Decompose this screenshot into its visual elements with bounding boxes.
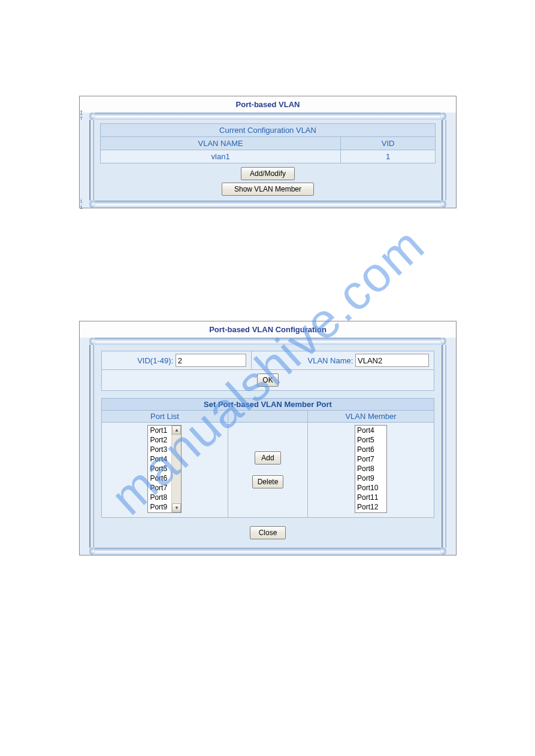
list-item[interactable]: Port2 (148, 435, 172, 445)
vid-input[interactable] (176, 354, 246, 367)
col-header-name: VLAN NAME (101, 137, 341, 150)
delete-button[interactable]: Delete (252, 475, 284, 488)
list-item[interactable]: Port11 (355, 493, 386, 502)
list-item[interactable]: Port6 (148, 473, 172, 483)
list-item[interactable]: Port7 (148, 483, 172, 493)
panel-frame: VID(1-49): VLAN Name: OK Set Port-b (80, 338, 456, 555)
list-item[interactable]: Port9 (355, 473, 386, 483)
list-item[interactable]: Port8 (148, 493, 172, 502)
vid-label: VID(1-49): (137, 356, 173, 365)
panel-title: Port-based VLAN (80, 96, 456, 113)
list-item[interactable]: Port5 (148, 464, 172, 473)
member-port-table: Set Port-based VLAN Member Port Port Lis… (101, 398, 434, 518)
list-item[interactable]: Port3 (148, 445, 172, 454)
list-item[interactable]: Port8 (355, 464, 386, 473)
list-item[interactable]: Port5 (355, 435, 386, 445)
vlan-config-panel: Port-based VLAN Configuration VID(1-49): (79, 321, 457, 555)
vlan-name-label: VLAN Name: (308, 356, 353, 365)
close-button[interactable]: Close (250, 526, 286, 539)
section-header: Current Configuration VLAN (101, 124, 436, 137)
list-item[interactable]: Port10 (355, 483, 386, 493)
frame-bottom-bar (80, 548, 456, 555)
scroll-up-icon[interactable]: ▲ (172, 426, 181, 435)
col-port-list: Port List (102, 411, 228, 423)
col-header-vid: VID (341, 137, 436, 150)
port-list-box[interactable]: Port1 Port2 Port3 Port4 Port5 Port6 Port… (147, 425, 182, 513)
vlan-vid-cell: 1 (341, 150, 436, 163)
vlan-name-cell: vlan1 (101, 150, 341, 163)
list-item[interactable]: Port4 (148, 454, 172, 464)
panel-content: Current Configuration VLAN VLAN NAME VID… (94, 120, 442, 201)
col-vlan-member: VLAN Member (308, 411, 434, 423)
frame-bottom-bar: i i (80, 201, 456, 208)
table-row: vlan1 1 (101, 150, 436, 163)
panel-title: Port-based VLAN Configuration (80, 321, 456, 338)
input-row-table: VID(1-49): VLAN Name: OK (101, 351, 434, 391)
frame-top-bar (80, 338, 456, 345)
list-item[interactable]: Port4 (355, 426, 386, 435)
add-button[interactable]: Add (255, 451, 280, 464)
list-item[interactable]: Port6 (355, 445, 386, 454)
vlan-name-input[interactable] (355, 354, 429, 367)
section-header: Set Port-based VLAN Member Port (102, 399, 434, 411)
scrollbar[interactable]: ▲ ▼ (171, 426, 181, 512)
add-modify-button[interactable]: Add/Modify (241, 167, 295, 180)
panel-content: VID(1-49): VLAN Name: OK Set Port-b (94, 345, 442, 548)
port-based-vlan-panel: Port-based VLAN I I Current Configuratio… (79, 96, 457, 208)
list-item[interactable]: Port12 (355, 502, 386, 512)
vlan-config-table: Current Configuration VLAN VLAN NAME VID… (100, 123, 436, 163)
list-item[interactable]: Port7 (355, 454, 386, 464)
frame-mark-bottom: i i (80, 201, 89, 208)
list-item[interactable]: Port9 (148, 502, 172, 512)
ok-button[interactable]: OK (257, 374, 278, 387)
frame-mark-top: I I (80, 113, 89, 120)
list-item[interactable]: Port1 (148, 426, 172, 435)
panel-frame: I I Current Configuration VLAN VLAN NAME… (80, 113, 456, 208)
frame-top-bar: I I (80, 113, 456, 120)
vlan-member-box[interactable]: Port4 Port5 Port6 Port7 Port8 Port9 Port… (355, 425, 387, 513)
scroll-down-icon[interactable]: ▼ (172, 503, 181, 512)
show-vlan-member-button[interactable]: Show VLAN Member (222, 183, 314, 196)
frame-body: Current Configuration VLAN VLAN NAME VID… (80, 120, 456, 201)
frame-body: VID(1-49): VLAN Name: OK Set Port-b (80, 345, 456, 548)
